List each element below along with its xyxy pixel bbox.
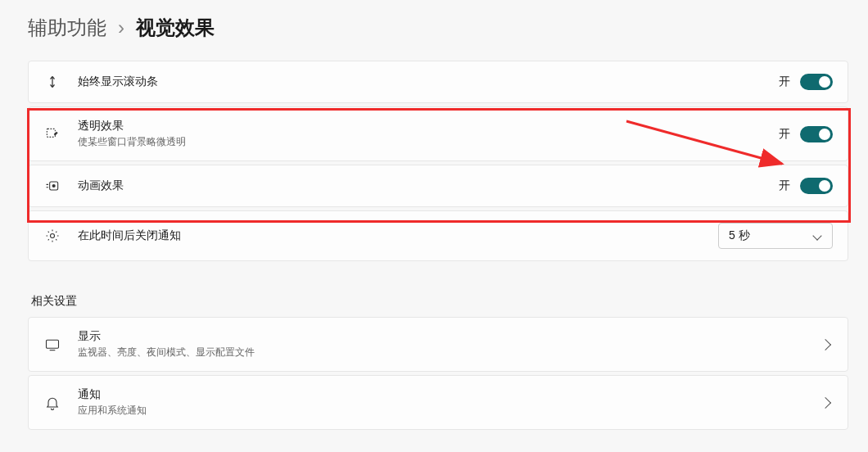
- breadcrumb-current: 视觉效果: [136, 15, 215, 41]
- chevron-right-icon: [820, 338, 831, 350]
- setting-row-animation: 动画效果 开: [28, 165, 848, 207]
- related-subtitle: 应用和系统通知: [78, 404, 821, 418]
- setting-title: 始终显示滚动条: [78, 75, 779, 89]
- toggle-state-label: 开: [779, 75, 790, 89]
- chevron-right-icon: [820, 396, 831, 408]
- svg-rect-0: [47, 129, 55, 137]
- related-title: 通知: [78, 387, 821, 402]
- setting-subtitle: 使某些窗口背景略微透明: [78, 135, 779, 149]
- related-row-display[interactable]: 显示 监视器、亮度、夜间模式、显示配置文件: [28, 317, 848, 372]
- related-settings-heading: 相关设置: [31, 294, 848, 309]
- scrollbar-icon: [43, 73, 61, 91]
- toggle-state-label: 开: [779, 179, 790, 193]
- select-value: 5 秒: [729, 228, 750, 243]
- dismiss-duration-select[interactable]: 5 秒: [718, 223, 833, 249]
- svg-rect-4: [47, 340, 59, 348]
- animation-icon: [43, 177, 61, 195]
- svg-point-2: [52, 184, 56, 188]
- related-row-notifications[interactable]: 通知 应用和系统通知: [28, 375, 848, 430]
- scrollbar-toggle[interactable]: [800, 74, 833, 90]
- toggle-state-label: 开: [779, 127, 790, 142]
- monitor-icon: [43, 336, 61, 354]
- setting-title: 透明效果: [78, 119, 779, 133]
- setting-title: 动画效果: [78, 179, 779, 193]
- breadcrumb-separator: ›: [118, 16, 124, 39]
- chevron-down-icon: [812, 231, 821, 240]
- breadcrumb-parent[interactable]: 辅助功能: [28, 15, 106, 41]
- setting-row-dismiss-notification: 在此时间后关闭通知 5 秒: [28, 210, 848, 261]
- breadcrumb: 辅助功能 › 视觉效果: [28, 0, 848, 61]
- transparency-icon: [43, 125, 61, 143]
- setting-title: 在此时间后关闭通知: [78, 228, 718, 243]
- related-subtitle: 监视器、亮度、夜间模式、显示配置文件: [78, 346, 821, 359]
- animation-toggle[interactable]: [800, 178, 833, 194]
- brightness-icon: [43, 227, 61, 245]
- related-title: 显示: [78, 329, 821, 344]
- bell-icon: [43, 394, 61, 412]
- svg-point-3: [51, 234, 55, 238]
- setting-row-transparency: 透明效果 使某些窗口背景略微透明 开: [28, 106, 848, 161]
- transparency-toggle[interactable]: [800, 126, 833, 142]
- setting-row-scrollbar: 始终显示滚动条 开: [28, 61, 848, 103]
